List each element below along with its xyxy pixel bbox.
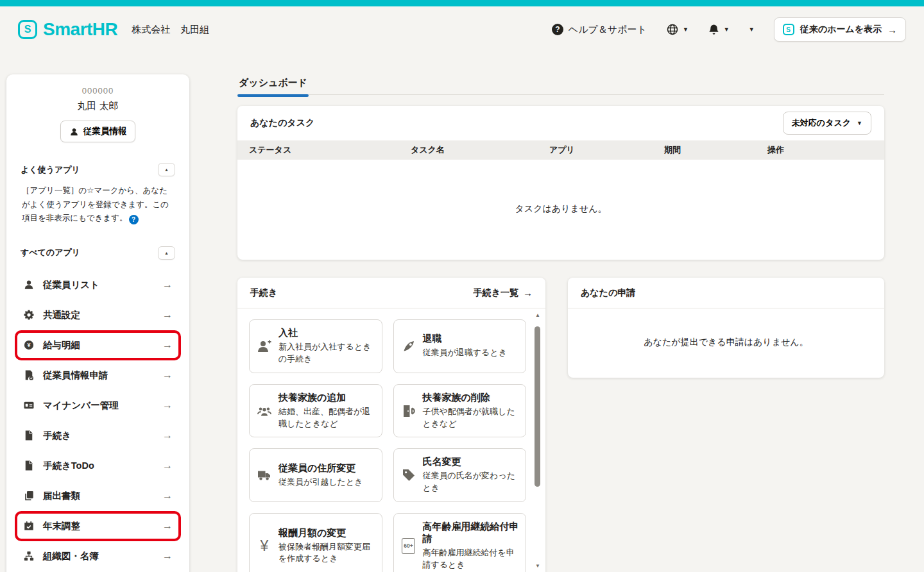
header-actions: ? ヘルプ＆サポート ▼ ▼ ▼ S 従来のホームを表示 → — [552, 17, 906, 42]
company-type: 株式会社 — [132, 24, 170, 36]
sidebar-item-org-chart[interactable]: 組織図・名簿 → — [15, 541, 181, 571]
procedures-header: 手続き 手続き一覧 → — [237, 278, 545, 308]
favorite-apps-section-header: よく使うアプリ ▲ — [6, 163, 189, 176]
employee-info-button[interactable]: 従業員情報 — [60, 121, 136, 142]
scroll-up-arrow-icon[interactable]: ▲ — [533, 312, 542, 318]
calendar-check-icon — [23, 520, 35, 532]
arrow-right-icon: → — [162, 279, 173, 290]
your-requests-header: あなたの申請 — [568, 278, 884, 308]
sidebar-item-label: 従業員リスト — [43, 279, 162, 291]
procedure-card-resignation[interactable]: 退職 従業員が退職するとき — [393, 319, 527, 373]
rocket-icon — [400, 339, 417, 354]
sidebar-item-label: 従業員情報申請 — [43, 369, 162, 382]
requests-empty-message: あなたが提出できる申請はありません。 — [568, 308, 884, 376]
card-description: 新入社員が入社するときの手続き — [278, 341, 375, 366]
card-title: 退職 — [423, 333, 508, 345]
door-exit-icon — [400, 403, 417, 419]
your-tasks-title: あなたのタスク — [250, 117, 314, 129]
procedure-card-add-dependent[interactable]: 扶養家族の追加 結婚、出産、配偶者が退職したときなど — [249, 384, 382, 438]
your-tasks-panel: あなたのタスク 未対応のタスク ▼ ステータス タスク名 アプリ 期間 操作 タ… — [237, 106, 884, 260]
card-title: 扶養家族の追加 — [278, 392, 375, 404]
all-apps-section-header: すべてのアプリ ▲ — [6, 246, 189, 260]
truck-icon — [256, 467, 273, 483]
procedures-list-link[interactable]: 手続き一覧 → — [474, 287, 533, 299]
procedure-card-remove-dependent[interactable]: 扶養家族の削除 子供や配偶者が就職したときなど — [393, 384, 527, 438]
smarthr-mini-icon: S — [783, 24, 794, 35]
arrow-right-icon: → — [162, 430, 173, 441]
card-title: 入社 — [278, 327, 375, 339]
procedures-scrollbar: ▲ ▼ — [533, 312, 542, 569]
smarthr-logo[interactable]: S SmartHR — [18, 19, 117, 40]
card-title: 扶養家族の削除 — [423, 392, 520, 404]
tasks-empty-message: タスクはありません。 — [237, 160, 884, 258]
person-plus-icon — [256, 339, 273, 354]
brand-color-strip — [0, 0, 924, 6]
procedure-card-monthly-pay-change[interactable]: ¥ 報酬月額の変更 被保険者報酬月額変更届を作成するとき — [249, 513, 382, 572]
card-description: 結婚、出産、配偶者が退職したときなど — [278, 406, 375, 430]
sidebar-item-employee-list[interactable]: 従業員リスト → — [15, 270, 181, 300]
favorite-apps-hint-text: ［アプリ一覧］の☆マークから、あなたがよく使うアプリを登録できます。この項目を非… — [22, 186, 169, 223]
employee-name: 丸田 太郎 — [6, 100, 189, 112]
scrollbar-thumb[interactable] — [535, 326, 540, 487]
scroll-down-arrow-icon[interactable]: ▼ — [533, 563, 542, 569]
all-apps-title: すべてのアプリ — [21, 247, 80, 258]
procedures-panel: 手続き 手続き一覧 → 入社 新入社員が入社するときの手続き 退職 従業員が退職… — [237, 278, 545, 572]
procedure-card-elderly-employment-benefit[interactable]: 60+ 高年齢雇用継続給付申請 高年齢雇用継続給付を申請するとき — [393, 513, 527, 572]
brand-name: SmartHR — [43, 19, 117, 40]
sidebar-item-procedures-todo[interactable]: 手続きToDo → — [15, 451, 181, 481]
legacy-home-button[interactable]: S 従来のホームを表示 → — [774, 17, 906, 42]
company-label: 丸田組 — [180, 24, 209, 36]
help-support-link[interactable]: ? ヘルプ＆サポート — [552, 24, 647, 36]
sidebar-item-year-end-adjustment[interactable]: 年末調整 → — [15, 511, 181, 541]
sidebar-item-label: 共通設定 — [43, 309, 162, 321]
sidebar-item-label: 給与明細 — [43, 339, 162, 351]
account-menu-button[interactable]: ▼ — [749, 27, 755, 33]
tab-dashboard[interactable]: ダッシュボード — [237, 77, 309, 96]
yen-coin-icon: ¥ — [23, 339, 35, 351]
help-support-label: ヘルプ＆サポート — [569, 24, 647, 36]
family-icon — [256, 403, 273, 419]
your-requests-panel: あなたの申請 あなたが提出できる申請はありません。 — [568, 278, 884, 378]
procedure-card-joining[interactable]: 入社 新入社員が入社するときの手続き — [249, 319, 382, 373]
help-question-icon[interactable]: ? — [129, 215, 139, 224]
app-menu: 従業員リスト → 共通設定 → ¥ 給与明細 → 従業員情報申請 → — [6, 270, 189, 571]
sidebar-item-common-settings[interactable]: 共通設定 → — [15, 300, 181, 330]
sidebar-item-label: 届出書類 — [43, 490, 162, 502]
procedure-card-name-change[interactable]: 氏名変更 従業員の氏名が変わったとき — [393, 448, 527, 502]
procedure-card-address-change[interactable]: 従業員の住所変更 従業員が引越したとき — [249, 448, 382, 502]
favorite-apps-collapse-button[interactable]: ▲ — [158, 163, 175, 176]
procedures-card-grid: 入社 新入社員が入社するときの手続き 退職 従業員が退職するとき 扶養家族の追加… — [237, 308, 545, 572]
sidebar: 000000 丸田 太郎 従業員情報 よく使うアプリ ▲ ［アプリ一覧］の☆マー… — [6, 74, 189, 572]
profile-block: 000000 丸田 太郎 従業員情報 — [6, 74, 189, 142]
sidebar-item-submitted-documents[interactable]: 届出書類 → — [15, 481, 181, 511]
caret-up-icon: ▲ — [164, 251, 169, 255]
procedures-title: 手続き — [250, 287, 277, 299]
sidebar-item-label: 手続き — [43, 430, 162, 442]
sidebar-item-employee-info-request[interactable]: 従業員情報申請 → — [15, 360, 181, 391]
arrow-right-icon: → — [887, 24, 897, 35]
sidebar-item-mynumber[interactable]: マイナンバー管理 → — [15, 391, 181, 421]
card-description: 従業員が退職するとき — [423, 347, 508, 359]
main-tabbar: ダッシュボード — [237, 77, 884, 95]
id-card-icon — [23, 400, 35, 411]
yen-glyph: ¥ — [261, 537, 269, 555]
employee-code: 000000 — [6, 86, 189, 96]
all-apps-collapse-button[interactable]: ▲ — [158, 246, 175, 260]
procedures-list-label: 手続き一覧 — [474, 287, 518, 299]
card-title: 高年齢雇用継続給付申請 — [423, 521, 520, 545]
document-icon — [23, 430, 35, 441]
sidebar-item-procedures[interactable]: 手続き → — [15, 421, 181, 451]
card-description: 従業員が引越したとき — [278, 476, 363, 489]
language-menu-button[interactable]: ▼ — [666, 23, 689, 36]
global-header: S SmartHR 株式会社 丸田組 ? ヘルプ＆サポート ▼ ▼ ▼ — [0, 6, 924, 53]
your-requests-title: あなたの申請 — [581, 287, 635, 299]
column-action: 操作 — [767, 144, 884, 156]
document-icon — [23, 460, 35, 471]
caret-up-icon: ▲ — [164, 167, 169, 172]
card-title: 従業員の住所変更 — [278, 462, 363, 475]
notifications-menu-button[interactable]: ▼ — [708, 24, 730, 36]
sidebar-item-payslip[interactable]: ¥ 給与明細 → — [15, 330, 181, 360]
task-filter-dropdown[interactable]: 未対応のタスク ▼ — [783, 112, 871, 135]
person-icon — [23, 279, 35, 290]
legacy-home-label: 従来のホームを表示 — [800, 24, 882, 35]
